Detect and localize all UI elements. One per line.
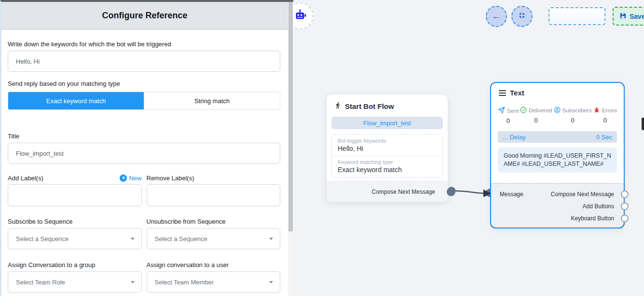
stats-row: Sent 0 Delivered 0 Subscribers	[491, 107, 624, 124]
assign-group-select[interactable]: Select Team Role	[8, 271, 142, 293]
plus-icon	[120, 175, 127, 182]
add-labels-label: Add Label(s)	[8, 175, 43, 182]
compose-next-message-output-port[interactable]	[621, 190, 629, 198]
start-node-footer: Compose Next Message	[327, 181, 448, 202]
canvas-scrollbar-thumb[interactable]	[642, 118, 644, 130]
delay-label: ... Delay	[503, 134, 526, 141]
errors-value: 0	[603, 117, 607, 124]
keyboard-button-output-port[interactable]	[621, 215, 629, 222]
panel-header: Configure Reference	[1, 2, 288, 30]
trigger-keywords-value: Hello, Hi	[338, 145, 437, 152]
configure-panel: Configure Reference Write down the keywo…	[0, 0, 288, 296]
chevron-down-icon	[131, 281, 135, 283]
subscribers-label: Subscribers	[562, 108, 592, 113]
subscribe-sequence-select[interactable]: Select a Sequence	[8, 228, 142, 249]
message-input-label: Message	[500, 188, 523, 200]
compose-next-message-port[interactable]	[447, 188, 455, 196]
tab-string-match[interactable]: String match	[144, 92, 280, 109]
delay-value: 0 Sec	[596, 134, 612, 141]
add-buttons-output-port[interactable]	[621, 202, 629, 210]
page-title: Configure Reference	[102, 11, 187, 21]
delivered-value: 0	[534, 117, 538, 124]
flow-name-pill[interactable]: Flow_import_test	[331, 117, 443, 129]
text-message-node[interactable]: Text Sent 0 Delivered 0	[490, 82, 625, 229]
add-buttons-output-label: Add Buttons	[583, 203, 614, 210]
divider	[332, 156, 442, 156]
keywords-input[interactable]: Hello, Hi	[8, 51, 280, 72]
back-arrow-icon: ←	[492, 11, 501, 22]
title-input[interactable]: Flow_import_test	[8, 143, 280, 164]
assign-user-value: Select Team Member	[155, 279, 214, 286]
matching-type-info-label: Keyword matching type	[338, 159, 437, 165]
remove-labels-input[interactable]	[147, 184, 281, 206]
text-node-footer: Message Compose Next Message Add Buttons…	[490, 183, 625, 229]
keyboard-button-output-label: Keyboard Button	[571, 215, 614, 222]
assign-group-label: Assign Conversation to a group	[8, 261, 142, 269]
compose-next-message-output-label: Compose Next Message	[551, 191, 614, 198]
add-labels-input[interactable]	[8, 184, 142, 206]
compose-next-message-label: Compose Next Message	[372, 188, 435, 195]
message-bubble[interactable]: Good Morning #LEAD_USER_FIRST_NAME# #LEA…	[498, 148, 617, 173]
start-node-details: Bot trigger keywords Hello, Hi Keyword m…	[331, 134, 443, 178]
flow-name-field[interactable]	[548, 7, 605, 25]
delivered-icon	[520, 107, 527, 114]
trigger-keywords-label: Bot trigger keywords	[338, 138, 437, 144]
back-button[interactable]: ←	[486, 6, 507, 27]
assign-user-label: Assign conversation to a user	[147, 261, 281, 269]
sent-value: 0	[507, 117, 510, 124]
tab-exact-keyword-match[interactable]: Exact keyword match	[8, 92, 144, 109]
start-node-title: Start Bot Flow	[345, 102, 394, 110]
errors-label: Errors	[602, 108, 617, 113]
matching-type-info-value: Exact keyword match	[338, 166, 437, 174]
remove-labels-label: Remove Label(s)	[147, 175, 194, 182]
fit-view-button[interactable]	[511, 6, 533, 27]
panel-scrollbar[interactable]	[288, 0, 293, 296]
panel-scrollbar-thumb[interactable]	[288, 2, 293, 231]
matching-type-tabs: Exact keyword match String match	[8, 92, 280, 110]
save-button[interactable]: Save	[613, 7, 644, 26]
assign-group-value: Select Team Role	[16, 279, 65, 286]
bot-avatar[interactable]	[293, 2, 314, 29]
matching-type-label: Send reply based on your matching type	[8, 80, 280, 87]
subscribers-icon	[554, 107, 561, 114]
unsubscribe-sequence-value: Select a Sequence	[155, 235, 207, 242]
menu-icon[interactable]	[499, 90, 506, 96]
delay-row[interactable]: ... Delay 0 Sec	[498, 131, 617, 143]
chevron-down-icon	[131, 238, 135, 240]
errors-icon	[593, 107, 600, 114]
robot-icon	[294, 9, 307, 24]
title-label: Title	[8, 133, 280, 140]
unsubscribe-sequence-select[interactable]: Select a Sequence	[147, 228, 281, 249]
start-bot-flow-node[interactable]: Start Bot Flow Flow_import_test Bot trig…	[327, 94, 448, 202]
flow-canvas[interactable]: ← Save Start Bot Flow	[293, 0, 644, 296]
delivered-label: Delivered	[529, 108, 552, 113]
text-node-title: Text	[510, 89, 524, 97]
save-label: Save	[630, 13, 644, 20]
assign-user-select[interactable]: Select Team Member	[147, 271, 281, 293]
unsubscribe-sequence-label: Unsubscribe from Sequence	[147, 218, 281, 225]
walking-person-icon	[334, 101, 342, 111]
save-icon	[619, 12, 627, 21]
sent-icon	[498, 107, 505, 115]
subscribe-sequence-label: Subscribe to Sequence	[8, 218, 142, 225]
sent-label: Sent	[507, 108, 519, 114]
chevron-down-icon	[269, 238, 273, 240]
compress-icon	[518, 11, 526, 22]
subscribe-sequence-value: Select a Sequence	[16, 235, 69, 242]
panel-body: Write down the keywords for which the bo…	[1, 30, 288, 293]
chevron-down-icon	[269, 281, 273, 283]
new-label-button[interactable]: New	[120, 175, 141, 182]
keywords-label: Write down the keywords for which the bo…	[8, 40, 280, 48]
new-label-text: New	[129, 175, 141, 182]
subscribers-value: 0	[571, 117, 574, 124]
